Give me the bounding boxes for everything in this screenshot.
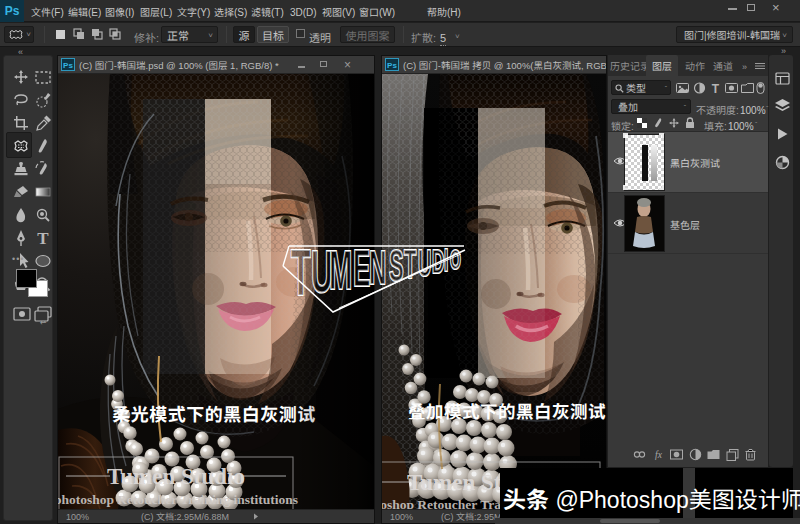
svg-text:M: M <box>329 240 352 300</box>
svg-text:D: D <box>432 243 444 281</box>
svg-text:柔光模式下的黑白灰测试: 柔光模式下的黑白灰测试 <box>112 400 316 426</box>
svg-text:photoshop Retoucher Training i: photoshop Retoucher Training institution… <box>58 492 298 507</box>
svg-text:O: O <box>450 244 461 276</box>
svg-text:T: T <box>712 82 720 94</box>
svg-text:fx: fx <box>655 450 663 460</box>
svg-text:N: N <box>369 241 386 294</box>
svg-text:U: U <box>418 243 431 283</box>
svg-text:T: T <box>404 241 416 287</box>
svg-text:T: T <box>37 229 49 248</box>
svg-text:叠加模式下的黑白灰测试: 叠加模式下的黑白灰测试 <box>408 398 606 423</box>
svg-text:Tumen Studio: Tumen Studio <box>107 464 245 489</box>
svg-text:E: E <box>353 240 370 297</box>
svg-text:T: T <box>291 240 311 309</box>
